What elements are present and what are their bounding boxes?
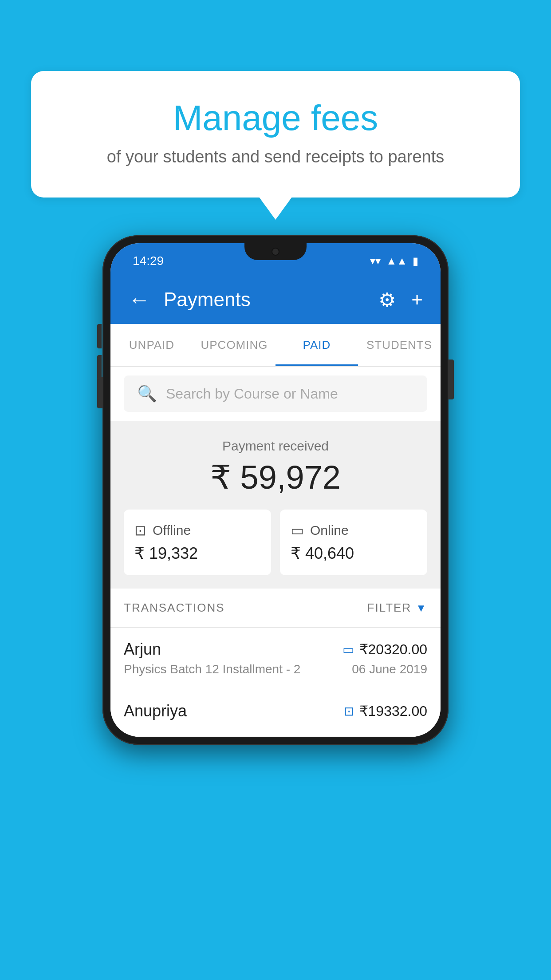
app-bar-actions: ⚙ + (378, 288, 423, 311)
online-card-header: ▭ Online (291, 522, 417, 539)
phone-frame: 14:29 ▾▾ ▲▲ ▮ ← Payments ⚙ + UNPAID (102, 235, 449, 745)
table-row[interactable]: Anupriya ⊡ ₹19332.00 (110, 689, 441, 737)
page-title: Payments (164, 288, 365, 311)
add-icon[interactable]: + (411, 288, 423, 311)
battery-icon: ▮ (413, 255, 418, 267)
card-payment-icon: ▭ (342, 642, 354, 657)
offline-card: ⊡ Offline ₹ 19,332 (124, 510, 271, 575)
app-bar: ← Payments ⚙ + (110, 275, 441, 324)
tab-students[interactable]: STUDENTS (358, 324, 441, 366)
tab-paid[interactable]: PAID (276, 324, 358, 366)
transaction-name: Arjun (124, 640, 161, 659)
tabs: UNPAID UPCOMING PAID STUDENTS (110, 324, 441, 367)
offline-label: Offline (153, 523, 191, 538)
phone-screen: 14:29 ▾▾ ▲▲ ▮ ← Payments ⚙ + UNPAID (110, 243, 441, 737)
phone-notch (244, 243, 307, 260)
tab-upcoming[interactable]: UPCOMING (193, 324, 276, 366)
vol-down-button (97, 355, 102, 379)
offline-amount: ₹ 19,332 (134, 544, 260, 563)
cash-icon: ⊡ (134, 522, 146, 539)
transactions-header: TRANSACTIONS FILTER ▼ (110, 589, 441, 628)
transaction-course: Physics Batch 12 Installment - 2 (124, 662, 300, 676)
speech-bubble-container: Manage fees of your students and send re… (31, 71, 520, 198)
search-icon: 🔍 (137, 384, 157, 403)
payment-received-label: Payment received (124, 439, 427, 454)
back-button[interactable]: ← (128, 288, 150, 311)
transaction-amount-wrap: ▭ ₹20320.00 (342, 641, 427, 658)
payment-section: Payment received ₹ 59,972 ⊡ Offline ₹ 19… (110, 421, 441, 589)
vol-up-button (97, 324, 102, 348)
transaction-name: Anupriya (124, 702, 187, 720)
filter-label: FILTER (367, 601, 412, 615)
status-time: 14:29 (133, 254, 164, 268)
speech-bubble: Manage fees of your students and send re… (31, 71, 520, 198)
online-label: Online (310, 523, 349, 538)
search-input[interactable]: Search by Course or Name (166, 386, 338, 402)
payment-total: ₹ 59,972 (124, 458, 427, 496)
card-icon: ▭ (291, 522, 304, 539)
tab-unpaid[interactable]: UNPAID (110, 324, 193, 366)
cash-payment-icon: ⊡ (344, 704, 354, 719)
phone-outer: 14:29 ▾▾ ▲▲ ▮ ← Payments ⚙ + UNPAID (102, 235, 449, 745)
transaction-amount-wrap: ⊡ ₹19332.00 (344, 703, 427, 719)
payment-cards: ⊡ Offline ₹ 19,332 ▭ Online ₹ 40,640 (124, 510, 427, 575)
search-container: 🔍 Search by Course or Name (110, 367, 441, 421)
filter-button[interactable]: FILTER ▼ (367, 601, 427, 615)
bubble-title: Manage fees (67, 98, 484, 138)
filter-icon: ▼ (416, 602, 427, 614)
transaction-amount: ₹19332.00 (359, 703, 427, 719)
camera (272, 248, 279, 256)
settings-icon[interactable]: ⚙ (378, 288, 396, 311)
transaction-row-top: Anupriya ⊡ ₹19332.00 (124, 702, 427, 720)
transaction-amount: ₹20320.00 (359, 641, 427, 658)
search-bar[interactable]: 🔍 Search by Course or Name (124, 375, 427, 412)
online-amount: ₹ 40,640 (291, 544, 417, 563)
transaction-row-top: Arjun ▭ ₹20320.00 (124, 640, 427, 659)
status-icons: ▾▾ ▲▲ ▮ (370, 255, 418, 267)
signal-icon: ▲▲ (386, 255, 407, 267)
transaction-row-bottom: Physics Batch 12 Installment - 2 06 June… (124, 662, 427, 676)
online-card: ▭ Online ₹ 40,640 (280, 510, 427, 575)
transaction-date: 06 June 2019 (352, 662, 427, 676)
table-row[interactable]: Arjun ▭ ₹20320.00 Physics Batch 12 Insta… (110, 628, 441, 689)
offline-card-header: ⊡ Offline (134, 522, 260, 539)
transactions-label: TRANSACTIONS (124, 601, 225, 615)
bubble-subtitle: of your students and send receipts to pa… (67, 147, 484, 166)
wifi-icon: ▾▾ (370, 255, 381, 267)
